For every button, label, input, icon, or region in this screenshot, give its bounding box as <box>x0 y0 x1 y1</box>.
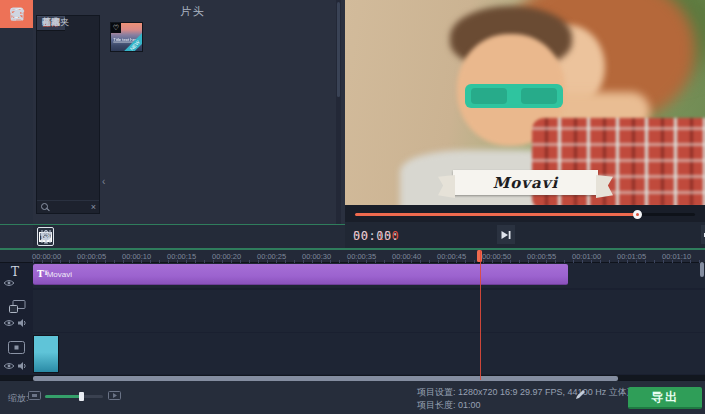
ruler-label: 00:00:10 <box>122 252 151 261</box>
clip-edit-toolbar: ✂↻◐⚙ <box>33 225 345 248</box>
sliders-button[interactable] <box>37 227 54 246</box>
watermark-ribbon: Movavi <box>453 170 598 195</box>
watermark-text: Movavi <box>493 174 558 192</box>
status-bar: 缩放: 项目设置: 1280x720 16:9 29.97 FPS, 44100… <box>0 380 705 414</box>
movavi-video-editor-window: T 片头 全部收藏夹精选基本艺术介绍 × ‹ ♡Title text here放… <box>0 0 705 414</box>
panel-title: 片头 <box>73 4 313 19</box>
seek-progress <box>355 213 637 216</box>
ruler-label: 00:00:00 <box>32 252 61 261</box>
video-track-header <box>0 335 33 374</box>
collapse-categories-icon[interactable]: ‹ <box>102 176 105 187</box>
timecode-main: 00:00: <box>353 229 399 243</box>
overlay-track-header <box>0 292 33 332</box>
ruler-label: 00:00:55 <box>527 252 556 261</box>
category-list: 全部收藏夹精选基本艺术介绍 × <box>36 15 100 214</box>
video-preview: Movavi <box>345 0 705 205</box>
ruler-label: 00:00:40 <box>392 252 421 261</box>
title-clip-label: Movavi <box>47 270 72 279</box>
ruler-label: 00:01:00 <box>572 252 601 261</box>
ruler-label: 00:00:30 <box>302 252 331 261</box>
ruler-label: 00:00:50 <box>482 252 511 261</box>
ruler-label: 00:01:10 <box>662 252 691 261</box>
project-length-row: 项目长度: 01:00 <box>417 399 636 412</box>
ruler-label: 00:00:35 <box>347 252 376 261</box>
sunglasses-lens <box>521 88 557 104</box>
project-settings-row: 项目设置: 1280x720 16:9 29.97 FPS, 44100 Hz … <box>417 386 636 399</box>
video-track-lane[interactable] <box>33 333 705 374</box>
panel-scrollbar[interactable] <box>336 0 341 224</box>
timeline-zoom-slider[interactable] <box>45 395 103 398</box>
vertical-scrollbar-thumb[interactable] <box>700 262 704 277</box>
clear-search-icon[interactable]: × <box>91 202 96 213</box>
title-clip[interactable]: TT Movavi <box>33 264 568 285</box>
left-tool-rail: T <box>0 0 33 248</box>
template-grid: ♡Title text here放大♡TEXTNEW文本飞入♡TITLE TEX… <box>110 22 332 224</box>
zoom-slider-fill <box>45 395 81 398</box>
timecode: 00:00:50.150 <box>353 229 399 243</box>
search-icon <box>41 203 48 210</box>
zoom-slider-handle[interactable] <box>79 392 84 401</box>
category-search-bar[interactable]: × <box>37 200 99 213</box>
project-info: 项目设置: 1280x720 16:9 29.97 FPS, 44100 Hz … <box>417 386 636 412</box>
seek-zone <box>345 205 705 222</box>
ruler-label: 00:00:25 <box>257 252 286 261</box>
timeline-zoom-label: 缩放: <box>8 392 29 405</box>
overlay-track-lane[interactable] <box>33 290 705 332</box>
project-length-label: 项目长度: <box>417 400 456 410</box>
project-settings-value: 1280x720 16:9 29.97 FPS, 44100 Hz 立体声 <box>458 387 636 397</box>
favorite-icon[interactable]: ♡ <box>111 23 121 33</box>
timeline-ruler[interactable]: 00:00:0000:00:0500:00:1000:00:1500:00:20… <box>0 250 705 263</box>
seek-bar[interactable] <box>355 213 695 216</box>
preview-sunglasses <box>465 84 563 108</box>
ruler-label: 00:01:05 <box>617 252 646 261</box>
volume-button[interactable] <box>701 225 705 244</box>
more-tools-tool-button[interactable] <box>0 0 33 28</box>
titles-panel: 片头 全部收藏夹精选基本艺术介绍 × ‹ ♡Title text here放大♡… <box>33 0 345 224</box>
project-settings-label: 项目设置: <box>417 387 456 397</box>
horizontal-scrollbar-thumb[interactable] <box>33 376 618 381</box>
title-track-icon: T <box>11 265 19 279</box>
player-controls-bar: 00:00:50.150 <box>345 222 705 248</box>
next-frame-button[interactable] <box>497 225 515 244</box>
ruler-label: 00:00:15 <box>167 252 196 261</box>
title-track-header: T <box>0 265 33 288</box>
ruler-label: 00:00:20 <box>212 252 241 261</box>
project-length-value: 01:00 <box>458 400 481 410</box>
panel-scrollbar-thumb[interactable] <box>337 2 340 97</box>
title-track-lane[interactable]: TT Movavi <box>33 263 705 288</box>
timeline: 00:00:0000:00:0500:00:1000:00:1500:00:20… <box>0 250 705 380</box>
ruler-label: 00:00:05 <box>77 252 106 261</box>
ruler-label: 00:00:45 <box>437 252 466 261</box>
playhead-line[interactable] <box>480 250 481 380</box>
title-clip-icon: TT <box>37 269 44 279</box>
seek-handle[interactable] <box>633 210 642 219</box>
export-button[interactable]: 导出 <box>628 387 702 409</box>
category-item[interactable]: 介绍 <box>37 16 65 29</box>
sunglasses-lens <box>471 88 507 104</box>
video-clip[interactable] <box>33 335 59 373</box>
